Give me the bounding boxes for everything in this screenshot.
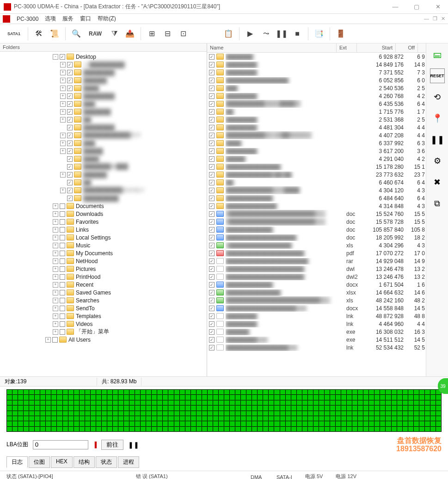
- file-checkbox[interactable]: [209, 313, 215, 319]
- tree-row[interactable]: +███: [1, 139, 206, 147]
- tree-row[interactable]: +「开始」菜单: [1, 328, 206, 336]
- file-checkbox[interactable]: [209, 274, 215, 280]
- file-checkbox[interactable]: [209, 282, 215, 288]
- file-row[interactable]: ██████████████████doc18 205 99218 2: [207, 233, 426, 241]
- file-checkbox[interactable]: [209, 180, 215, 185]
- stop-icon[interactable]: ■: [290, 27, 304, 41]
- file-row[interactable]: ████████.exeexe14 511 51214 5: [207, 336, 426, 344]
- menu-service[interactable]: 服务: [62, 15, 74, 23]
- col-ext[interactable]: Ext: [337, 43, 357, 52]
- step-icon[interactable]: ⤳: [259, 27, 273, 41]
- file-row[interactable]: ████████lnk4 464 9604 4: [207, 320, 426, 328]
- tree-row[interactable]: +Music: [1, 241, 206, 249]
- file-checkbox[interactable]: [209, 203, 215, 209]
- file-row[interactable]: ████████████████.lnklnk52 534 43252 5: [207, 344, 426, 351]
- file-row[interactable]: ██████████ 案源 ████件6 435 5366 4: [207, 100, 426, 108]
- tree-row[interactable]: +All Users: [1, 336, 206, 344]
- file-row[interactable]: ████████7 371 5527 3: [207, 68, 426, 76]
- tree-row[interactable]: ████: [1, 155, 206, 163]
- maximize-button[interactable]: ▢: [410, 2, 423, 12]
- file-checkbox[interactable]: [209, 345, 215, 350]
- expand-icon[interactable]: +: [53, 266, 58, 272]
- expand-icon[interactable]: +: [60, 117, 66, 123]
- tree1-icon[interactable]: ⊞: [145, 27, 159, 41]
- file-row[interactable]: ██████exe16 308 03216 3: [207, 328, 426, 336]
- expand-icon[interactable]: +: [53, 329, 58, 335]
- file-checkbox[interactable]: [209, 70, 215, 75]
- file-checkbox[interactable]: [209, 125, 215, 130]
- expand-icon[interactable]: +: [60, 78, 66, 83]
- expand-icon[interactable]: +: [45, 337, 51, 343]
- expand-icon[interactable]: +: [53, 227, 58, 233]
- mdi-close[interactable]: ✕: [441, 16, 445, 22]
- tree-checkbox[interactable]: [67, 148, 73, 154]
- tree-row[interactable]: ██: [1, 178, 206, 186]
- tree-row[interactable]: +████████████照片: [1, 131, 206, 139]
- file-checkbox[interactable]: [209, 243, 215, 248]
- tree-row[interactable]: +Templates: [1, 312, 206, 320]
- file-checkbox[interactable]: [209, 298, 215, 303]
- file-row[interactable]: █████████████4 314 8484 3: [207, 202, 426, 210]
- tree-checkbox[interactable]: [67, 196, 73, 201]
- file-checkbox[interactable]: [209, 164, 215, 170]
- file-checkbox[interactable]: [209, 86, 215, 91]
- extract-icon[interactable]: 📤: [123, 27, 137, 41]
- col-start[interactable]: Start: [357, 43, 396, 52]
- expand-icon[interactable]: +: [53, 282, 58, 288]
- expand-icon[interactable]: +: [53, 235, 58, 240]
- file-row[interactable]: ████████████6 484 6406 4: [207, 194, 426, 202]
- file-checkbox[interactable]: [209, 101, 215, 107]
- file-checkbox[interactable]: [209, 54, 215, 60]
- expand-icon[interactable]: [60, 180, 66, 185]
- tree-checkbox[interactable]: [60, 266, 65, 272]
- file-row[interactable]: █████4 291 0404 2: [207, 155, 426, 163]
- drive-icon[interactable]: 🖴: [430, 47, 445, 62]
- tree-row[interactable]: ████████: [1, 123, 206, 131]
- tree-row[interactable]: █████████: [1, 194, 206, 202]
- col-off[interactable]: Off: [396, 43, 418, 52]
- file-row[interactable]: ████████14 849 17614 8: [207, 61, 426, 68]
- tree-checkbox[interactable]: [60, 235, 65, 240]
- tree-row[interactable]: +My Documents: [1, 249, 206, 257]
- tree-row[interactable]: +██████████造价统计: [1, 186, 206, 194]
- tree-checkbox[interactable]: [60, 321, 65, 327]
- tree-checkbox[interactable]: [60, 227, 65, 233]
- tree-checkbox[interactable]: [67, 70, 73, 75]
- menu-pc3000[interactable]: PC-3000: [17, 16, 38, 22]
- tree-row[interactable]: +██████: [1, 171, 206, 178]
- tree2-icon[interactable]: ⊟: [160, 27, 174, 41]
- file-row[interactable]: ██████████████xlsx14 664 63214 6: [207, 289, 426, 296]
- tree-checkbox[interactable]: [67, 133, 73, 138]
- raw-button[interactable]: RAW: [85, 27, 105, 41]
- tree-checkbox[interactable]: [67, 101, 73, 107]
- minimize-button[interactable]: —: [389, 2, 402, 12]
- file-checkbox[interactable]: [209, 109, 215, 115]
- expand-icon[interactable]: [60, 125, 66, 130]
- menu-options[interactable]: 选项: [45, 15, 56, 23]
- tree-row[interactable]: +Videos: [1, 320, 206, 328]
- tab-1[interactable]: 位图: [29, 456, 50, 468]
- file-checkbox[interactable]: [209, 227, 215, 233]
- close-button[interactable]: ✕: [431, 2, 444, 12]
- expand-icon[interactable]: [60, 196, 66, 201]
- tree-checkbox[interactable]: [60, 313, 65, 319]
- tree3-icon[interactable]: ⊡: [176, 27, 190, 41]
- file-checkbox[interactable]: [209, 62, 215, 68]
- file-checkbox[interactable]: [209, 337, 215, 343]
- expand-icon[interactable]: +: [53, 321, 58, 327]
- script-icon[interactable]: 📜: [48, 27, 61, 41]
- expand-icon[interactable]: +: [60, 70, 66, 75]
- tree-checkbox[interactable]: [67, 86, 73, 91]
- file-row[interactable]: ████████████docx1 671 5041 6: [207, 281, 426, 289]
- tree-row[interactable]: ███████图███: [1, 163, 206, 171]
- tree-row[interactable]: +█████: [1, 147, 206, 155]
- expand-icon[interactable]: +: [60, 133, 66, 138]
- play-icon[interactable]: ▶: [243, 27, 257, 41]
- expand-icon[interactable]: +: [53, 258, 58, 264]
- file-checkbox[interactable]: [209, 172, 215, 178]
- expand-icon[interactable]: +: [53, 298, 58, 303]
- file-row[interactable]: ████████4 481 3044 4: [207, 123, 426, 131]
- file-row[interactable]: ██████████████15 178 28015 1: [207, 163, 426, 171]
- tree-row[interactable]: +SendTo: [1, 304, 206, 312]
- tree-checkbox[interactable]: [60, 282, 65, 288]
